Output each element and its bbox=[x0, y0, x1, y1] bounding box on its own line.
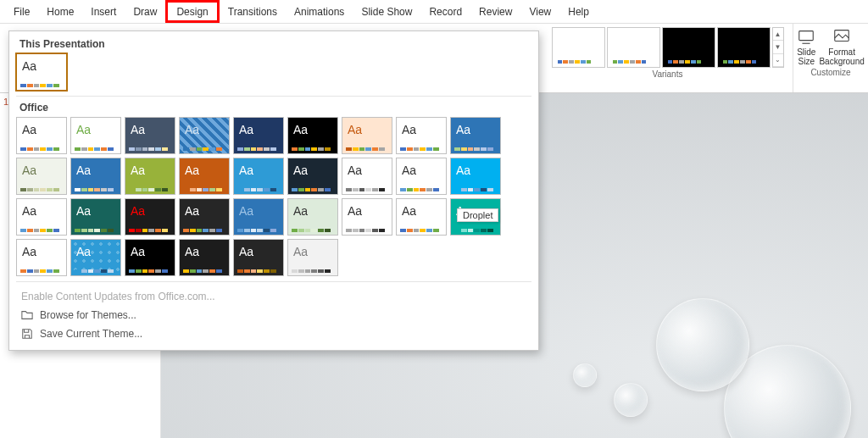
themes-gallery-panel: This Presentation Aa Office AaAaAaAaAaAa… bbox=[8, 30, 539, 351]
save-icon bbox=[21, 328, 33, 340]
variant-thumb[interactable] bbox=[552, 27, 605, 68]
ribbon-tab-transitions[interactable]: Transitions bbox=[220, 0, 286, 23]
ribbon-tab-home[interactable]: Home bbox=[38, 0, 82, 23]
theme-thumb[interactable]: Aa bbox=[70, 239, 121, 276]
variant-thumb[interactable] bbox=[607, 27, 660, 68]
enable-content-updates-item: Enable Content Updates from Office.com..… bbox=[16, 287, 531, 306]
ribbon-tab-file[interactable]: File bbox=[5, 0, 38, 23]
theme-thumb[interactable]: Aa bbox=[342, 117, 392, 154]
theme-thumb[interactable]: Aa bbox=[450, 117, 501, 154]
theme-thumb[interactable]: Aa bbox=[16, 198, 67, 236]
office-themes-header: Office bbox=[19, 102, 531, 114]
theme-thumb[interactable]: Aa bbox=[342, 158, 392, 195]
theme-thumb[interactable]: Aa bbox=[125, 239, 175, 276]
theme-thumb[interactable]: Aa bbox=[179, 117, 230, 154]
theme-thumb[interactable]: Aa bbox=[125, 117, 175, 154]
this-presentation-header: This Presentation bbox=[19, 38, 531, 50]
ribbon-tab-slide-show[interactable]: Slide Show bbox=[353, 0, 420, 23]
variants-more-button[interactable]: ▲▼⌄ bbox=[772, 27, 784, 68]
format-background-button[interactable]: Format Background bbox=[819, 27, 864, 66]
theme-thumb[interactable]: Aa bbox=[70, 158, 121, 195]
theme-thumb[interactable]: Aa bbox=[179, 198, 230, 236]
theme-thumb[interactable]: Aa bbox=[179, 158, 230, 195]
theme-thumb[interactable]: Aa bbox=[233, 239, 284, 276]
ribbon-tab-draw[interactable]: Draw bbox=[125, 0, 165, 23]
ribbon-tab-review[interactable]: Review bbox=[470, 0, 520, 23]
theme-thumb[interactable]: Aa bbox=[342, 198, 392, 236]
theme-thumb[interactable]: Aa bbox=[450, 198, 501, 236]
format-background-label: Format Background bbox=[819, 47, 864, 66]
customize-group-label: Customize bbox=[810, 68, 850, 77]
slide-size-button[interactable]: Slide Size bbox=[797, 27, 815, 66]
variants-group: ▲▼⌄ Variants bbox=[542, 24, 793, 92]
variant-thumb[interactable] bbox=[717, 27, 771, 68]
format-background-icon bbox=[832, 27, 851, 46]
theme-thumb[interactable]: Aa bbox=[396, 158, 447, 195]
theme-thumb[interactable]: Aa bbox=[179, 239, 230, 276]
theme-thumb[interactable]: Aa bbox=[70, 117, 121, 154]
theme-thumb[interactable]: Aa bbox=[16, 117, 67, 154]
ribbon-tabs: FileHomeInsertDrawDesignTransitionsAnima… bbox=[0, 0, 868, 24]
theme-thumb[interactable]: Aa bbox=[16, 239, 67, 276]
decorative-droplet bbox=[614, 383, 648, 417]
theme-thumb[interactable]: Aa bbox=[125, 158, 175, 195]
theme-thumb[interactable]: Aa bbox=[287, 158, 338, 195]
theme-thumb[interactable]: Aa bbox=[287, 198, 338, 236]
ribbon-tab-record[interactable]: Record bbox=[420, 0, 470, 23]
ribbon-tab-animations[interactable]: Animations bbox=[286, 0, 353, 23]
theme-thumb[interactable]: Aa bbox=[450, 158, 501, 195]
theme-thumb[interactable]: Aa bbox=[125, 198, 175, 236]
decorative-droplet bbox=[656, 298, 749, 391]
ribbon-tab-insert[interactable]: Insert bbox=[82, 0, 125, 23]
theme-thumb[interactable]: Aa bbox=[396, 198, 447, 236]
decorative-droplet bbox=[573, 363, 597, 387]
theme-thumb[interactable]: Aa bbox=[16, 53, 67, 91]
variant-thumb[interactable] bbox=[662, 27, 715, 68]
ribbon-tab-help[interactable]: Help bbox=[559, 0, 598, 23]
customize-group: Slide Size Format Background Customize bbox=[793, 24, 868, 92]
theme-thumb[interactable]: Aa bbox=[233, 198, 284, 236]
svg-rect-0 bbox=[799, 31, 814, 41]
ribbon-tab-design[interactable]: Design bbox=[165, 0, 219, 23]
variants-group-label: Variants bbox=[653, 69, 683, 79]
save-current-theme-item[interactable]: Save Current Theme... bbox=[16, 324, 531, 343]
theme-thumb[interactable]: Aa bbox=[233, 117, 284, 154]
folder-icon bbox=[21, 309, 33, 321]
slide-size-label: Slide Size bbox=[797, 47, 815, 66]
theme-thumb[interactable]: Aa bbox=[16, 158, 67, 195]
theme-thumb[interactable]: Aa bbox=[287, 117, 338, 154]
theme-thumb[interactable]: Aa bbox=[70, 198, 121, 236]
slide-size-icon bbox=[797, 27, 815, 46]
theme-thumb[interactable]: Aa bbox=[396, 117, 447, 154]
theme-thumb[interactable]: Aa bbox=[287, 239, 338, 276]
theme-thumb[interactable]: Aa bbox=[233, 158, 284, 195]
browse-for-themes-item[interactable]: Browse for Themes... bbox=[16, 306, 531, 324]
ribbon-tab-view[interactable]: View bbox=[520, 0, 559, 23]
